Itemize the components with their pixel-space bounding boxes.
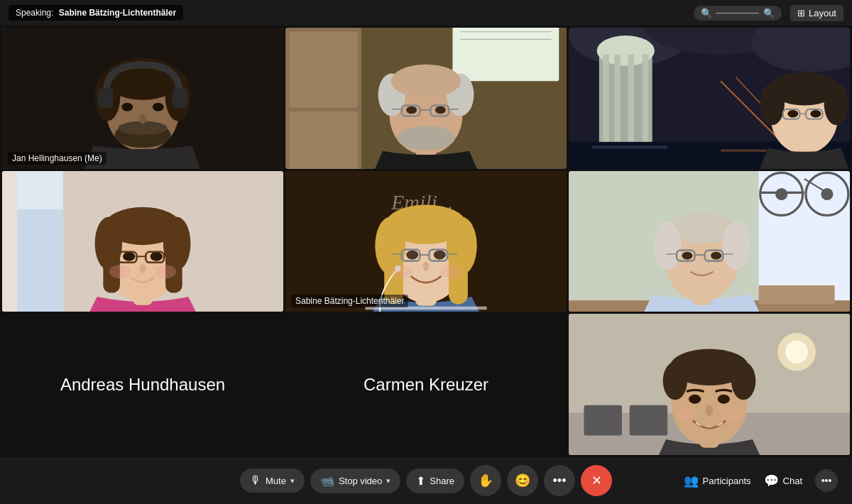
sabine-video: Emili... bbox=[285, 171, 567, 312]
speaking-name: Sabine Bätzing-Lichtenthäler bbox=[59, 8, 176, 18]
svg-point-102 bbox=[434, 250, 446, 259]
svg-point-77 bbox=[123, 251, 135, 261]
camera-icon: 📹 bbox=[320, 474, 334, 488]
p6-video bbox=[569, 171, 850, 312]
p2-video bbox=[285, 28, 567, 169]
svg-rect-49 bbox=[591, 146, 667, 148]
svg-point-78 bbox=[151, 251, 163, 261]
mute-icon: 🎙 bbox=[250, 474, 261, 487]
svg-point-128 bbox=[682, 251, 692, 259]
more-options-button[interactable]: ••• bbox=[544, 465, 575, 496]
svg-point-149 bbox=[731, 362, 755, 400]
jan-video bbox=[2, 28, 283, 169]
svg-rect-45 bbox=[614, 55, 621, 153]
p3-video bbox=[569, 28, 850, 169]
speaking-label: Speaking: bbox=[16, 8, 53, 18]
svg-rect-141 bbox=[584, 405, 622, 436]
more-right-button[interactable]: ••• bbox=[815, 469, 838, 492]
svg-point-151 bbox=[718, 395, 730, 404]
reaction-button[interactable]: 😊 bbox=[507, 465, 538, 496]
video-grid: Jan Hellinghausen (Me) bbox=[0, 26, 852, 457]
participant-label-jan: Jan Hellinghausen (Me) bbox=[8, 152, 106, 165]
svg-point-9 bbox=[121, 103, 133, 111]
svg-rect-121 bbox=[759, 285, 835, 305]
svg-point-10 bbox=[153, 103, 164, 111]
chat-action[interactable]: 💬 Chat bbox=[764, 473, 802, 488]
svg-rect-142 bbox=[630, 405, 668, 436]
share-button[interactable]: ⬆ Share bbox=[406, 469, 464, 493]
ellipsis-icon: ••• bbox=[553, 473, 567, 488]
svg-point-126 bbox=[654, 221, 682, 270]
name-andreas: Andreas Hundhausen bbox=[60, 375, 225, 395]
svg-rect-13 bbox=[173, 88, 188, 108]
speaking-indicator: Speaking: Sabine Bätzing-Lichtenthäler bbox=[9, 5, 183, 21]
share-label: Share bbox=[430, 476, 454, 486]
stop-video-label: Stop video bbox=[339, 476, 382, 486]
svg-point-59 bbox=[787, 110, 798, 118]
chat-icon: 💬 bbox=[764, 473, 779, 488]
video-tile-p9 bbox=[569, 314, 850, 455]
video-tile-p3 bbox=[569, 28, 850, 169]
search-bar[interactable]: 🔍 🔍 bbox=[694, 6, 782, 21]
search-icon: 🔍 bbox=[701, 8, 712, 18]
svg-point-140 bbox=[785, 341, 808, 363]
hand-icon: ✋ bbox=[478, 473, 493, 488]
svg-rect-12 bbox=[98, 88, 114, 108]
svg-point-153 bbox=[675, 408, 698, 422]
video-tile-p2 bbox=[285, 28, 567, 169]
raise-hand-button[interactable]: ✋ bbox=[470, 465, 501, 496]
participants-icon: 👥 bbox=[684, 473, 699, 488]
search-icon-right: 🔍 bbox=[763, 8, 775, 18]
name-carmen: Carmen Kreuzer bbox=[364, 375, 488, 395]
top-bar: Speaking: Sabine Bätzing-Lichtenthäler 🔍… bbox=[0, 0, 852, 26]
svg-point-30 bbox=[406, 106, 417, 114]
layout-button[interactable]: ⊞ Layout bbox=[790, 5, 843, 21]
svg-point-84 bbox=[140, 264, 146, 273]
participants-label: Participants bbox=[703, 476, 751, 486]
video-tile-andreas: Andreas Hundhausen bbox=[2, 314, 283, 455]
emoji-icon: 😊 bbox=[515, 473, 530, 488]
right-actions: 👥 Participants 💬 Chat ••• bbox=[684, 469, 838, 492]
top-right-controls: 🔍 🔍 ⊞ Layout bbox=[694, 5, 843, 21]
video-chevron: ▾ bbox=[386, 476, 390, 486]
bottom-toolbar: 🎙 Mute ▾ 📹 Stop video ▾ ⬆ Share ✋ 😊 ••• … bbox=[0, 457, 852, 504]
p4-video bbox=[2, 171, 283, 312]
mute-button[interactable]: 🎙 Mute ▾ bbox=[240, 469, 305, 493]
more-right-icon: ••• bbox=[821, 475, 832, 486]
svg-point-57 bbox=[760, 82, 785, 125]
participant-label-sabine: Sabine Bätzing-Lichtenthäler bbox=[291, 295, 408, 307]
svg-point-127 bbox=[722, 221, 750, 270]
svg-point-29 bbox=[397, 126, 454, 150]
video-tile-p4 bbox=[2, 171, 283, 312]
chat-label: Chat bbox=[783, 476, 802, 486]
svg-rect-50 bbox=[721, 150, 766, 152]
svg-point-109 bbox=[423, 261, 430, 270]
svg-point-31 bbox=[435, 106, 446, 114]
svg-point-152 bbox=[706, 405, 714, 416]
end-call-icon: ✕ bbox=[591, 473, 602, 488]
svg-point-150 bbox=[689, 395, 701, 404]
svg-rect-16 bbox=[452, 28, 559, 81]
svg-point-101 bbox=[406, 250, 418, 259]
svg-point-115 bbox=[775, 188, 787, 200]
svg-point-129 bbox=[711, 251, 721, 259]
mute-chevron: ▾ bbox=[290, 476, 295, 486]
stop-video-button[interactable]: 📹 Stop video ▾ bbox=[310, 469, 400, 493]
svg-rect-22 bbox=[289, 111, 357, 169]
end-call-button[interactable]: ✕ bbox=[581, 465, 612, 496]
svg-rect-44 bbox=[603, 55, 609, 153]
video-tile-sabine: Emili... bbox=[285, 171, 567, 312]
video-tile-p6 bbox=[569, 171, 850, 312]
svg-point-86 bbox=[155, 265, 176, 278]
svg-rect-21 bbox=[289, 32, 357, 108]
svg-rect-68 bbox=[2, 171, 17, 312]
layout-icon: ⊞ bbox=[797, 8, 805, 18]
video-tile-jan: Jan Hellinghausen (Me) bbox=[2, 28, 283, 169]
svg-point-58 bbox=[824, 82, 848, 125]
svg-point-60 bbox=[810, 110, 821, 118]
participants-action[interactable]: 👥 Participants bbox=[684, 473, 751, 488]
share-icon: ⬆ bbox=[416, 474, 425, 488]
svg-rect-113 bbox=[759, 171, 850, 300]
svg-point-28 bbox=[391, 65, 461, 98]
svg-point-110 bbox=[390, 265, 413, 278]
